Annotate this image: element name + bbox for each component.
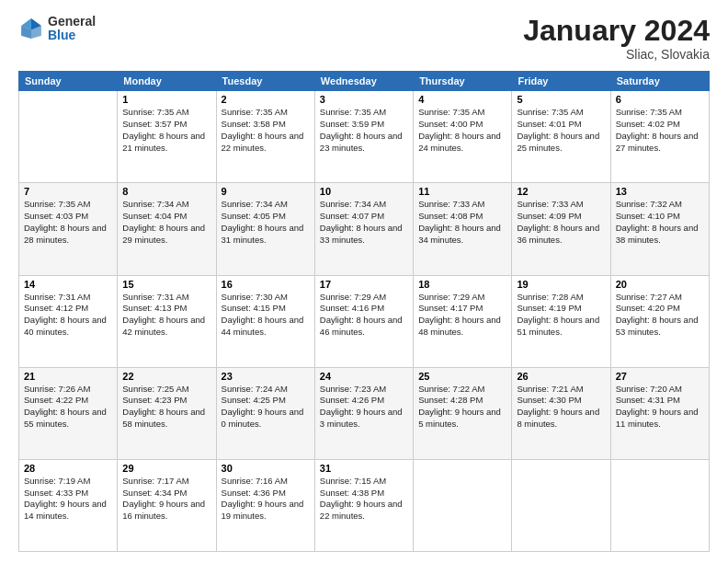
calendar-cell: 17Sunrise: 7:29 AMSunset: 4:16 PMDayligh… — [314, 275, 413, 367]
calendar-cell: 24Sunrise: 7:23 AMSunset: 4:26 PMDayligh… — [314, 367, 413, 459]
day-detail: Sunrise: 7:31 AMSunset: 4:12 PMDaylight:… — [24, 292, 112, 339]
calendar-cell: 11Sunrise: 7:33 AMSunset: 4:08 PMDayligh… — [414, 183, 512, 275]
day-detail: Sunrise: 7:35 AMSunset: 4:01 PMDaylight:… — [517, 107, 605, 154]
calendar-header-monday: Monday — [118, 72, 216, 91]
header: General Blue January 2024 Sliac, Slovaki… — [18, 15, 710, 62]
day-detail: Sunrise: 7:34 AMSunset: 4:07 PMDaylight:… — [320, 199, 408, 246]
day-number: 12 — [517, 186, 605, 197]
day-detail: Sunrise: 7:30 AMSunset: 4:15 PMDaylight:… — [222, 292, 310, 339]
calendar-cell: 10Sunrise: 7:34 AMSunset: 4:07 PMDayligh… — [314, 183, 413, 275]
calendar-cell: 29Sunrise: 7:17 AMSunset: 4:34 PMDayligh… — [118, 459, 216, 551]
day-number: 1 — [122, 94, 210, 105]
calendar-week-1: 7Sunrise: 7:35 AMSunset: 4:03 PMDaylight… — [19, 183, 710, 275]
day-detail: Sunrise: 7:25 AMSunset: 4:23 PMDaylight:… — [122, 384, 210, 431]
calendar-cell: 9Sunrise: 7:34 AMSunset: 4:05 PMDaylight… — [216, 183, 314, 275]
day-number: 17 — [320, 279, 408, 290]
calendar-cell: 1Sunrise: 7:35 AMSunset: 3:57 PMDaylight… — [118, 91, 216, 183]
calendar-table: SundayMondayTuesdayWednesdayThursdayFrid… — [18, 71, 710, 552]
calendar-cell: 2Sunrise: 7:35 AMSunset: 3:58 PMDaylight… — [216, 91, 314, 183]
calendar-cell: 7Sunrise: 7:35 AMSunset: 4:03 PMDaylight… — [19, 183, 118, 275]
day-number: 26 — [517, 371, 605, 382]
day-number: 4 — [418, 94, 506, 105]
day-number: 7 — [24, 186, 112, 197]
calendar-cell: 28Sunrise: 7:19 AMSunset: 4:33 PMDayligh… — [19, 459, 118, 551]
day-detail: Sunrise: 7:35 AMSunset: 4:00 PMDaylight:… — [418, 107, 506, 154]
day-number: 27 — [616, 371, 704, 382]
day-number: 30 — [222, 463, 310, 474]
day-detail: Sunrise: 7:31 AMSunset: 4:13 PMDaylight:… — [122, 292, 210, 339]
day-number: 16 — [222, 279, 310, 290]
page: General Blue January 2024 Sliac, Slovaki… — [0, 0, 728, 563]
day-number: 11 — [418, 186, 506, 197]
calendar-cell: 4Sunrise: 7:35 AMSunset: 4:00 PMDaylight… — [414, 91, 512, 183]
day-number: 29 — [122, 463, 210, 474]
calendar-header-tuesday: Tuesday — [216, 72, 314, 91]
day-detail: Sunrise: 7:22 AMSunset: 4:28 PMDaylight:… — [418, 384, 506, 431]
day-number: 9 — [222, 186, 310, 197]
logo-blue-text: Blue — [48, 29, 96, 42]
calendar-cell: 5Sunrise: 7:35 AMSunset: 4:01 PMDaylight… — [512, 91, 610, 183]
day-number: 14 — [24, 279, 112, 290]
day-number: 25 — [418, 371, 506, 382]
logo-general-text: General — [48, 15, 96, 29]
day-detail: Sunrise: 7:35 AMSunset: 3:57 PMDaylight:… — [122, 107, 210, 154]
calendar-cell: 31Sunrise: 7:15 AMSunset: 4:38 PMDayligh… — [314, 459, 413, 551]
logo-icon — [18, 16, 44, 41]
calendar-header-sunday: Sunday — [19, 72, 118, 91]
day-number: 5 — [517, 94, 605, 105]
calendar-cell: 19Sunrise: 7:28 AMSunset: 4:19 PMDayligh… — [512, 275, 610, 367]
calendar-week-2: 14Sunrise: 7:31 AMSunset: 4:12 PMDayligh… — [19, 275, 710, 367]
calendar-header-wednesday: Wednesday — [314, 72, 413, 91]
logo: General Blue — [18, 15, 96, 43]
calendar-cell: 12Sunrise: 7:33 AMSunset: 4:09 PMDayligh… — [512, 183, 610, 275]
day-number: 24 — [320, 371, 408, 382]
day-detail: Sunrise: 7:28 AMSunset: 4:19 PMDaylight:… — [517, 292, 605, 339]
day-number: 8 — [122, 186, 210, 197]
calendar-cell: 16Sunrise: 7:30 AMSunset: 4:15 PMDayligh… — [216, 275, 314, 367]
day-detail: Sunrise: 7:33 AMSunset: 4:08 PMDaylight:… — [418, 199, 506, 246]
day-detail: Sunrise: 7:23 AMSunset: 4:26 PMDaylight:… — [320, 384, 408, 431]
calendar-cell: 8Sunrise: 7:34 AMSunset: 4:04 PMDaylight… — [118, 183, 216, 275]
calendar-cell: 27Sunrise: 7:20 AMSunset: 4:31 PMDayligh… — [610, 367, 709, 459]
day-detail: Sunrise: 7:19 AMSunset: 4:33 PMDaylight:… — [24, 476, 112, 523]
day-detail: Sunrise: 7:20 AMSunset: 4:31 PMDaylight:… — [616, 384, 704, 431]
calendar-week-4: 28Sunrise: 7:19 AMSunset: 4:33 PMDayligh… — [19, 459, 710, 551]
day-number: 6 — [616, 94, 704, 105]
day-detail: Sunrise: 7:17 AMSunset: 4:34 PMDaylight:… — [122, 476, 210, 523]
day-number: 20 — [616, 279, 704, 290]
calendar-cell — [512, 459, 610, 551]
day-number: 18 — [418, 279, 506, 290]
calendar-header-friday: Friday — [512, 72, 610, 91]
day-number: 23 — [222, 371, 310, 382]
calendar-cell: 22Sunrise: 7:25 AMSunset: 4:23 PMDayligh… — [118, 367, 216, 459]
calendar-cell: 26Sunrise: 7:21 AMSunset: 4:30 PMDayligh… — [512, 367, 610, 459]
day-detail: Sunrise: 7:35 AMSunset: 4:02 PMDaylight:… — [616, 107, 704, 154]
calendar-cell: 14Sunrise: 7:31 AMSunset: 4:12 PMDayligh… — [19, 275, 118, 367]
day-detail: Sunrise: 7:35 AMSunset: 3:59 PMDaylight:… — [320, 107, 408, 154]
day-number: 10 — [320, 186, 408, 197]
calendar-cell: 23Sunrise: 7:24 AMSunset: 4:25 PMDayligh… — [216, 367, 314, 459]
day-number: 3 — [320, 94, 408, 105]
calendar-cell: 3Sunrise: 7:35 AMSunset: 3:59 PMDaylight… — [314, 91, 413, 183]
day-detail: Sunrise: 7:27 AMSunset: 4:20 PMDaylight:… — [616, 292, 704, 339]
calendar-cell: 13Sunrise: 7:32 AMSunset: 4:10 PMDayligh… — [610, 183, 709, 275]
logo-text: General Blue — [48, 15, 96, 43]
calendar-header-saturday: Saturday — [610, 72, 709, 91]
day-detail: Sunrise: 7:34 AMSunset: 4:04 PMDaylight:… — [122, 199, 210, 246]
day-detail: Sunrise: 7:16 AMSunset: 4:36 PMDaylight:… — [222, 476, 310, 523]
day-detail: Sunrise: 7:35 AMSunset: 4:03 PMDaylight:… — [24, 199, 112, 246]
calendar-cell: 15Sunrise: 7:31 AMSunset: 4:13 PMDayligh… — [118, 275, 216, 367]
day-number: 13 — [616, 186, 704, 197]
location: Sliac, Slovakia — [523, 47, 710, 62]
calendar-cell: 20Sunrise: 7:27 AMSunset: 4:20 PMDayligh… — [610, 275, 709, 367]
day-detail: Sunrise: 7:15 AMSunset: 4:38 PMDaylight:… — [320, 476, 408, 523]
day-number: 15 — [122, 279, 210, 290]
day-detail: Sunrise: 7:29 AMSunset: 4:17 PMDaylight:… — [418, 292, 506, 339]
day-number: 2 — [222, 94, 310, 105]
calendar-cell: 21Sunrise: 7:26 AMSunset: 4:22 PMDayligh… — [19, 367, 118, 459]
day-detail: Sunrise: 7:34 AMSunset: 4:05 PMDaylight:… — [222, 199, 310, 246]
month-title: January 2024 — [523, 15, 710, 47]
day-detail: Sunrise: 7:35 AMSunset: 3:58 PMDaylight:… — [222, 107, 310, 154]
calendar-cell: 6Sunrise: 7:35 AMSunset: 4:02 PMDaylight… — [610, 91, 709, 183]
day-number: 31 — [320, 463, 408, 474]
